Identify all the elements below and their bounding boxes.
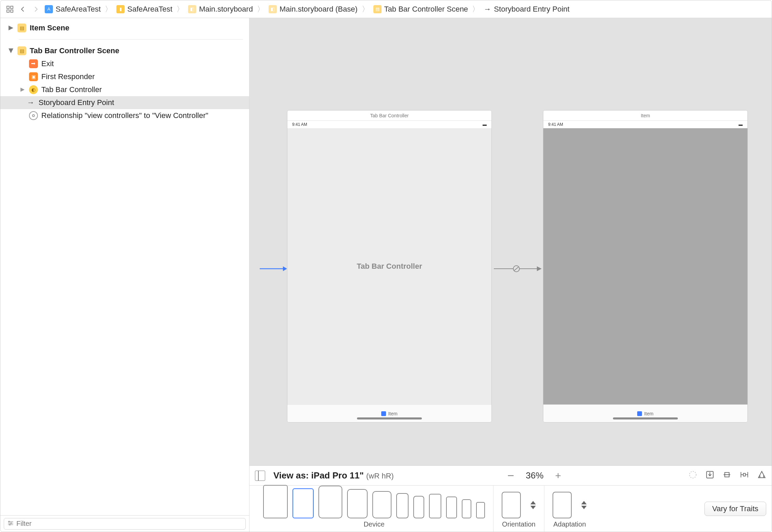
status-bar: 9:41 AM ▬ (543, 121, 747, 128)
main-split: ▤ Item Scene ▤ Tab Bar Controller Scene … (0, 18, 772, 532)
body-label: Tab Bar Controller (357, 262, 422, 271)
breadcrumb-project[interactable]: A SafeAreaTest (43, 5, 102, 14)
adaptation-full[interactable] (553, 492, 572, 518)
scene-body (543, 128, 747, 404)
battery-icon: ▬ (739, 122, 743, 127)
outline-scene-item[interactable]: ▤ Item Scene (6, 21, 243, 34)
orientation-group: Orientation (493, 486, 544, 532)
outline-tabbar-controller[interactable]: ◐ Tab Bar Controller (6, 83, 243, 96)
battery-icon: ▬ (483, 122, 487, 127)
tab-item-label: Item (644, 411, 653, 416)
svg-marker-14 (283, 266, 287, 271)
viewcontroller-icon: ◐ (29, 85, 38, 94)
pin-icon[interactable] (740, 470, 749, 481)
nav-back-button[interactable] (17, 4, 28, 15)
outline-label: Item Scene (30, 24, 69, 32)
separator (19, 39, 243, 40)
svg-rect-0 (7, 6, 9, 9)
nav-forward-button[interactable] (30, 4, 41, 15)
svg-rect-2 (7, 10, 9, 12)
breadcrumb-label: Storyboard Entry Point (494, 5, 569, 14)
breadcrumb-scene[interactable]: ▤ Tab Bar Controller Scene (372, 5, 470, 14)
svg-marker-4 (9, 26, 13, 30)
filter-icon (8, 519, 14, 528)
svg-marker-32 (530, 501, 536, 504)
svg-marker-18 (537, 266, 542, 271)
zoom-level[interactable]: 36% (526, 470, 543, 481)
toggle-outline-button[interactable] (255, 471, 265, 481)
zoom-out-button[interactable]: − (507, 469, 514, 482)
scene-title: Item (543, 110, 747, 121)
disclosure-icon[interactable] (8, 48, 14, 53)
device-iphone-plus[interactable] (429, 494, 441, 518)
chevron-right-icon: 〉 (361, 4, 370, 14)
device-iphone-4s[interactable] (476, 502, 485, 518)
outline-scene-tabbar[interactable]: ▤ Tab Bar Controller Scene (6, 44, 243, 57)
svg-marker-5 (9, 48, 13, 53)
svg-rect-28 (743, 473, 745, 476)
scene-title: Tab Bar Controller (287, 110, 491, 121)
first-responder-icon: ▣ (29, 72, 38, 81)
zoom-controls: − 36% + (507, 469, 561, 482)
scene-tabbar-controller[interactable]: Tab Bar Controller 9:41 AM ▬ Tab Bar Con… (287, 110, 492, 423)
orientation-stepper[interactable] (530, 501, 536, 509)
scene-item[interactable]: Item 9:41 AM ▬ Item (543, 110, 748, 423)
vary-for-traits-button[interactable]: Vary for Traits (704, 502, 766, 516)
device-iphone-x[interactable] (413, 496, 424, 518)
embed-in-icon[interactable] (705, 470, 714, 481)
related-items-icon[interactable] (4, 4, 15, 15)
device-iphone-8[interactable] (446, 497, 457, 518)
resolve-issues-icon[interactable] (757, 470, 766, 481)
tab-bar: Item (543, 404, 747, 422)
adaptation-stepper[interactable] (581, 501, 587, 509)
refresh-views-icon[interactable] (688, 470, 697, 481)
status-time: 9:41 AM (292, 122, 307, 127)
disclosure-icon[interactable] (19, 88, 26, 92)
device-group-label: Device (363, 520, 384, 528)
chevron-right-icon: 〉 (471, 4, 480, 14)
tab-item[interactable]: Item (637, 411, 653, 416)
svg-marker-34 (581, 501, 587, 504)
outline-relationship[interactable]: Relationship "view controllers" to "View… (6, 109, 243, 122)
storyboard-canvas[interactable]: Tab Bar Controller 9:41 AM ▬ Tab Bar Con… (249, 18, 772, 466)
svg-marker-6 (20, 88, 25, 92)
device-iphone-max[interactable] (396, 493, 409, 518)
breadcrumb-label: SafeAreaTest (127, 5, 172, 14)
device-iphone-se[interactable] (462, 499, 471, 518)
filter-field[interactable] (4, 518, 246, 530)
device-ipad-11[interactable] (292, 488, 314, 518)
exit-icon: ⮕ (29, 59, 38, 68)
outline-first-responder[interactable]: ▣ First Responder (6, 70, 243, 83)
segue-arrow[interactable] (494, 264, 542, 274)
canvas-tools (688, 470, 766, 481)
device-ipad-9[interactable] (347, 489, 368, 518)
orientation-portrait[interactable] (502, 492, 521, 518)
outline-exit[interactable]: ⮕ Exit (6, 57, 243, 70)
filter-input[interactable] (16, 520, 242, 528)
chevron-right-icon: 〉 (104, 4, 113, 14)
breadcrumb-storyboard-base[interactable]: ◧ Main.storyboard (Base) (267, 5, 359, 14)
device-ipad-12[interactable] (263, 485, 288, 518)
outline-entry-point[interactable]: → Storyboard Entry Point (0, 96, 249, 109)
tab-item-label: Item (388, 411, 397, 416)
disclosure-icon[interactable] (8, 26, 14, 30)
zoom-in-button[interactable]: + (555, 470, 561, 482)
home-indicator (613, 417, 678, 419)
breadcrumb-storyboard[interactable]: ◧ Main.storyboard (187, 5, 254, 14)
align-icon[interactable] (723, 470, 731, 481)
orientation-group-label: Orientation (502, 520, 535, 528)
tab-item-icon (381, 411, 386, 416)
breadcrumb-folder[interactable]: ▮ SafeAreaTest (115, 5, 174, 14)
breadcrumb-entry-point[interactable]: → Storyboard Entry Point (482, 5, 571, 14)
entry-point-arrow[interactable] (260, 264, 287, 274)
device-icons (263, 485, 485, 518)
view-as-label[interactable]: View as: iPad Pro 11" (wR hR) (273, 470, 394, 481)
outline-label: Tab Bar Controller Scene (30, 46, 119, 55)
tab-item[interactable]: Item (381, 411, 397, 416)
storyboard-icon: ◧ (188, 5, 196, 13)
outline-label: First Responder (41, 72, 95, 81)
device-ipad-mini[interactable] (372, 491, 391, 518)
outline-label: Exit (41, 59, 54, 68)
device-ipad-10[interactable] (318, 486, 342, 518)
outline-body[interactable]: ▤ Item Scene ▤ Tab Bar Controller Scene … (0, 18, 249, 515)
